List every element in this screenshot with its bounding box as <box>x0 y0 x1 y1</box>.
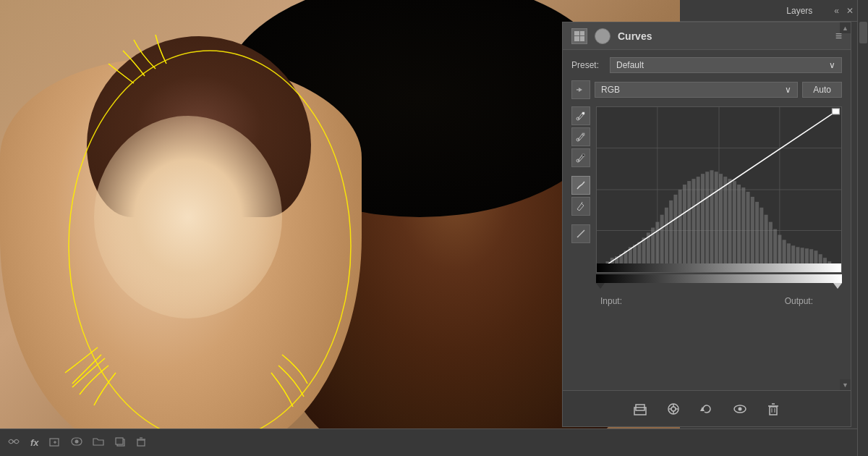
svg-rect-32 <box>660 215 664 269</box>
svg-rect-52 <box>751 197 754 269</box>
on-image-adjustment-icon[interactable] <box>571 80 590 99</box>
panel-title: Curves <box>618 30 652 42</box>
person-left-face <box>94 116 282 318</box>
mask-icon[interactable] <box>71 436 82 449</box>
svg-rect-6 <box>582 133 584 135</box>
curves-graph[interactable] <box>596 106 842 273</box>
svg-point-87 <box>739 407 742 410</box>
svg-rect-35 <box>673 195 677 269</box>
panel-header: Curves ≡ <box>563 22 851 50</box>
svg-rect-38 <box>687 181 691 269</box>
clip-to-layer-button[interactable] <box>630 399 650 419</box>
svg-rect-48 <box>733 181 736 269</box>
svg-rect-88 <box>770 407 777 415</box>
layers-panel-bar: Layers « ✕ <box>680 0 857 22</box>
folder-icon[interactable] <box>93 436 104 449</box>
svg-rect-51 <box>746 192 750 269</box>
input-label: Input: <box>600 296 622 306</box>
svg-rect-40 <box>697 177 700 269</box>
svg-rect-100 <box>116 438 123 444</box>
pencil-tool-button[interactable] <box>571 197 590 216</box>
output-slider-area <box>571 274 842 283</box>
svg-marker-2 <box>579 88 582 92</box>
scroll-up-arrow[interactable]: ▲ <box>840 22 851 33</box>
scroll-down-arrow[interactable]: ▼ <box>840 379 851 390</box>
layer-icon <box>595 28 610 44</box>
svg-rect-33 <box>665 208 668 269</box>
curves-section <box>571 106 842 273</box>
svg-rect-36 <box>678 190 682 269</box>
panel-title-area: Curves <box>571 28 652 44</box>
tools-column <box>571 106 592 273</box>
smooth-curve-button[interactable] <box>571 176 590 195</box>
delete-adjustment-button[interactable] <box>763 399 783 419</box>
svg-rect-4 <box>582 112 584 114</box>
svg-rect-46 <box>723 177 727 269</box>
properties-panel: ▲ Curves ≡ Preset: Default ∨ <box>562 22 851 427</box>
window-bottom-bar: fx <box>0 428 868 456</box>
svg-rect-55 <box>765 215 768 269</box>
eyedropper-white-button[interactable] <box>571 106 590 125</box>
svg-rect-56 <box>769 222 773 269</box>
svg-rect-43 <box>710 170 713 269</box>
svg-rect-8 <box>582 154 584 156</box>
reset-curve-button[interactable] <box>571 224 590 243</box>
eyedropper-black-button[interactable] <box>571 148 590 167</box>
panel-footer <box>563 390 851 426</box>
preset-row: Preset: Default ∨ <box>571 57 842 73</box>
panel-body: Preset: Default ∨ RGB ∨ Auto <box>563 50 851 390</box>
preset-select[interactable]: Default ∨ <box>610 57 842 73</box>
svg-rect-54 <box>760 208 763 269</box>
svg-rect-42 <box>705 172 709 269</box>
svg-point-98 <box>75 440 78 444</box>
svg-line-9 <box>582 202 582 203</box>
svg-rect-34 <box>669 200 673 269</box>
eyedropper-gray-button[interactable] <box>571 127 590 146</box>
reset-button[interactable] <box>697 399 717 419</box>
svg-rect-53 <box>755 202 759 269</box>
svg-rect-49 <box>737 185 741 269</box>
collapse-arrow[interactable]: « <box>834 6 839 16</box>
adjustment-grid-icon <box>571 28 587 44</box>
new-layer-icon[interactable] <box>49 436 61 449</box>
svg-rect-101 <box>137 440 145 446</box>
svg-rect-74 <box>832 109 839 114</box>
svg-rect-37 <box>683 185 686 269</box>
svg-rect-47 <box>728 179 732 269</box>
svg-rect-44 <box>715 172 718 269</box>
layers-panel-title: Layers <box>786 6 812 16</box>
svg-rect-31 <box>655 222 659 269</box>
channel-select[interactable]: RGB ∨ <box>595 82 798 98</box>
fx-icon[interactable]: fx <box>30 437 39 448</box>
far-right-scroll-thumb[interactable] <box>859 22 867 43</box>
svg-rect-41 <box>701 174 705 269</box>
svg-point-80 <box>671 407 676 411</box>
auto-button[interactable]: Auto <box>802 82 842 98</box>
channel-row: RGB ∨ Auto <box>571 80 842 99</box>
svg-rect-50 <box>741 187 745 269</box>
toggle-visibility-button[interactable] <box>730 399 750 419</box>
duplicate-icon[interactable] <box>114 436 126 449</box>
delete-layer-icon[interactable] <box>136 436 146 449</box>
output-label: Output: <box>785 296 813 306</box>
far-right-scrollbar[interactable] <box>857 0 868 456</box>
svg-rect-57 <box>773 229 777 269</box>
close-icon[interactable]: ✕ <box>846 6 854 16</box>
svg-rect-39 <box>692 179 695 269</box>
preset-label: Preset: <box>571 60 604 70</box>
view-previous-state-button[interactable] <box>663 399 684 419</box>
link-icon[interactable] <box>7 436 20 449</box>
io-row: Input: Output: <box>571 296 842 306</box>
